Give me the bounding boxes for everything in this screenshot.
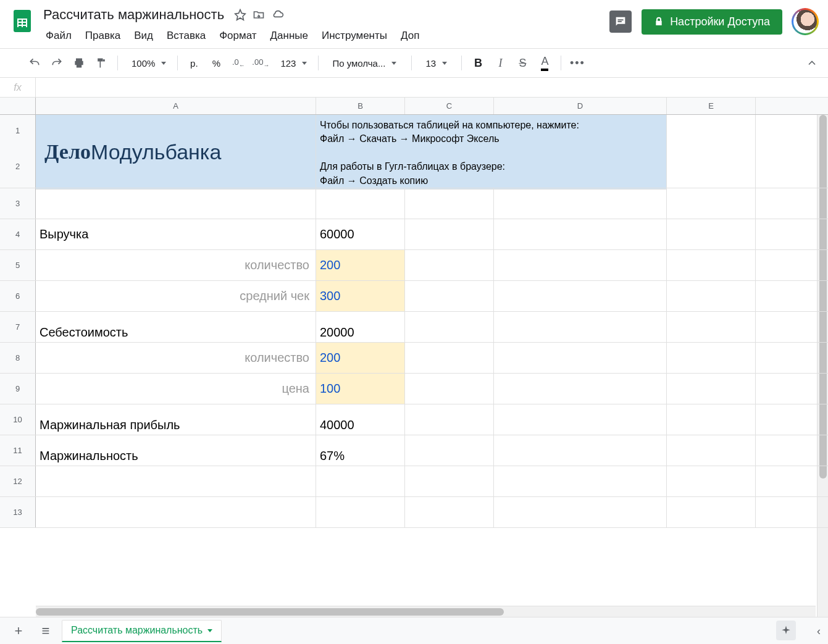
more-toolbar-button[interactable]: ••• bbox=[567, 53, 587, 73]
horizontal-scrollbar[interactable] bbox=[36, 606, 816, 617]
row-header-2[interactable]: 2 bbox=[0, 145, 36, 188]
cell-D6[interactable] bbox=[494, 281, 667, 311]
cell-C11[interactable] bbox=[405, 435, 494, 466]
formula-input[interactable] bbox=[36, 78, 828, 97]
cell-E8[interactable] bbox=[667, 343, 756, 373]
select-all-corner[interactable] bbox=[0, 98, 36, 114]
cell-B3[interactable] bbox=[316, 188, 405, 219]
cell-A5[interactable]: количество bbox=[36, 250, 316, 280]
row-header-1[interactable]: 1 bbox=[0, 115, 36, 146]
collapse-toolbar-button[interactable] bbox=[806, 57, 818, 69]
cell-B11[interactable]: 67% bbox=[316, 435, 405, 466]
cell-D3[interactable] bbox=[494, 188, 667, 219]
cell-B5[interactable]: 200 bbox=[316, 250, 405, 280]
row-header-9[interactable]: 9 bbox=[0, 374, 36, 404]
avatar[interactable] bbox=[792, 9, 818, 35]
cell-A12[interactable] bbox=[36, 466, 316, 496]
cell-A4[interactable]: Выручка bbox=[36, 219, 316, 249]
cell-E12[interactable] bbox=[667, 466, 756, 496]
cell-E5[interactable] bbox=[667, 250, 756, 280]
zoom-dropdown[interactable]: 100% bbox=[124, 53, 171, 73]
cell-A13[interactable] bbox=[36, 497, 316, 527]
number-format-dropdown[interactable]: 123 bbox=[273, 53, 312, 73]
row-header-8[interactable]: 8 bbox=[0, 343, 36, 373]
cell-C3[interactable] bbox=[405, 188, 494, 219]
cell-A10[interactable]: Маржинальная прибыль bbox=[36, 404, 316, 435]
print-button[interactable] bbox=[69, 53, 89, 73]
cell-C10[interactable] bbox=[405, 404, 494, 435]
row-header-13[interactable]: 13 bbox=[0, 497, 36, 527]
strikethrough-button[interactable]: S bbox=[512, 53, 532, 73]
row-header-7[interactable]: 7 bbox=[0, 312, 36, 342]
explore-button[interactable] bbox=[776, 621, 796, 640]
cell-B4[interactable]: 60000 bbox=[316, 219, 405, 249]
document-title[interactable]: Рассчитать маржинальность bbox=[40, 6, 228, 24]
side-panel-toggle[interactable]: ‹ bbox=[817, 625, 821, 638]
menu-tools[interactable]: Инструменты bbox=[316, 27, 393, 44]
paint-format-button[interactable] bbox=[91, 53, 111, 73]
row-header-5[interactable]: 5 bbox=[0, 250, 36, 280]
row-header-4[interactable]: 4 bbox=[0, 219, 36, 249]
cell-D7[interactable] bbox=[494, 312, 667, 342]
cell-E13[interactable] bbox=[667, 497, 756, 527]
menu-view[interactable]: Вид bbox=[128, 27, 159, 44]
menu-edit[interactable]: Правка bbox=[79, 27, 127, 44]
row-header-12[interactable]: 12 bbox=[0, 466, 36, 496]
italic-button[interactable]: I bbox=[490, 53, 510, 73]
cell-A8[interactable]: количество bbox=[36, 343, 316, 373]
cell-E3[interactable] bbox=[667, 188, 756, 219]
column-header-B[interactable]: B bbox=[316, 98, 405, 114]
cell-E4[interactable] bbox=[667, 219, 756, 249]
cell-D13[interactable] bbox=[494, 497, 667, 527]
text-color-button[interactable]: A bbox=[535, 53, 554, 73]
cell-E6[interactable] bbox=[667, 281, 756, 311]
cell-C12[interactable] bbox=[405, 466, 494, 496]
column-header-D[interactable]: D bbox=[494, 98, 667, 114]
cell-B7[interactable]: 20000 bbox=[316, 312, 405, 342]
star-icon[interactable] bbox=[234, 9, 246, 21]
sheet-tab[interactable]: Рассчитать маржинальность bbox=[62, 620, 222, 642]
increase-decimal-button[interactable]: .00→ bbox=[251, 53, 270, 73]
column-header-A[interactable]: A bbox=[36, 98, 316, 114]
bold-button[interactable]: B bbox=[468, 53, 488, 73]
cell-B13[interactable] bbox=[316, 497, 405, 527]
cell-D9[interactable] bbox=[494, 374, 667, 404]
cell-A7[interactable]: Себестоимость bbox=[36, 312, 316, 342]
cell-B9[interactable]: 100 bbox=[316, 374, 405, 404]
cell-A3[interactable] bbox=[36, 188, 316, 219]
row-header-3[interactable]: 3 bbox=[0, 188, 36, 219]
cell-C8[interactable] bbox=[405, 343, 494, 373]
cell-C4[interactable] bbox=[405, 219, 494, 249]
cell-C6[interactable] bbox=[405, 281, 494, 311]
cell-E11[interactable] bbox=[667, 435, 756, 466]
font-size-dropdown[interactable]: 13 bbox=[418, 53, 455, 73]
cell-E7[interactable] bbox=[667, 312, 756, 342]
cell-D8[interactable] bbox=[494, 343, 667, 373]
cell-E2[interactable] bbox=[667, 145, 756, 188]
row-header-10[interactable]: 10 bbox=[0, 404, 36, 435]
all-sheets-button[interactable]: ≡ bbox=[35, 620, 57, 642]
cell-E1[interactable] bbox=[667, 115, 756, 146]
add-sheet-button[interactable]: + bbox=[7, 620, 30, 642]
row-header-11[interactable]: 11 bbox=[0, 435, 36, 466]
share-button[interactable]: Настройки Доступа bbox=[642, 9, 782, 35]
cell-C5[interactable] bbox=[405, 250, 494, 280]
row-header-6[interactable]: 6 bbox=[0, 281, 36, 311]
cell-E10[interactable] bbox=[667, 404, 756, 435]
cell-C7[interactable] bbox=[405, 312, 494, 342]
menu-data[interactable]: Данные bbox=[264, 27, 314, 44]
sheets-logo[interactable] bbox=[10, 9, 35, 33]
menu-addons[interactable]: Доп bbox=[395, 27, 425, 44]
cell-D4[interactable] bbox=[494, 219, 667, 249]
column-header-C[interactable]: C bbox=[405, 98, 494, 114]
cell-A11[interactable]: Маржинальность bbox=[36, 435, 316, 466]
undo-button[interactable] bbox=[25, 53, 44, 73]
cell-D5[interactable] bbox=[494, 250, 667, 280]
font-family-dropdown[interactable]: По умолча... bbox=[325, 53, 405, 73]
cloud-status-icon[interactable] bbox=[271, 9, 285, 21]
cell-D11[interactable] bbox=[494, 435, 667, 466]
menu-format[interactable]: Формат bbox=[213, 27, 262, 44]
currency-button[interactable]: р. bbox=[184, 53, 204, 73]
cell-D12[interactable] bbox=[494, 466, 667, 496]
cell-B6[interactable]: 300 bbox=[316, 281, 405, 311]
